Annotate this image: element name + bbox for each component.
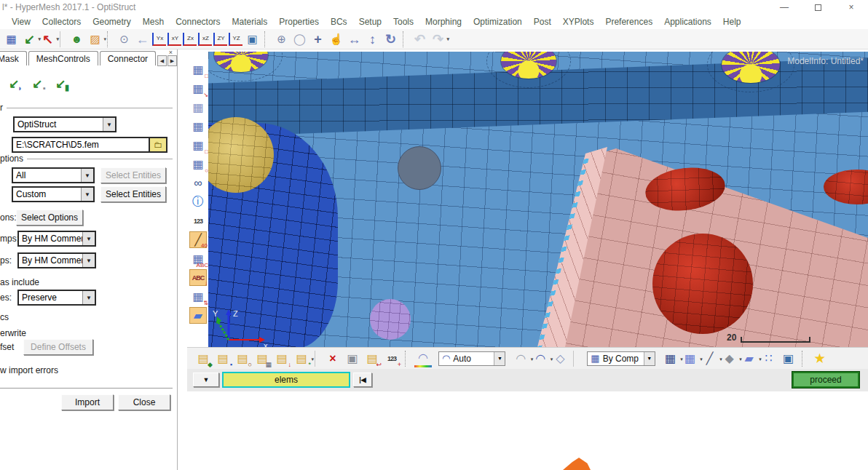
graphics-viewport[interactable]: ModelInfo: Untitled* 20 Z Y x: [208, 52, 868, 347]
zoom-fit-icon[interactable]: ⊙: [116, 31, 133, 47]
unmask-all-icon[interactable]: ▦: [189, 99, 207, 116]
wireframe-shell-icon[interactable]: ◠▾: [512, 350, 529, 367]
shell-quad-icon[interactable]: ▰▾: [741, 350, 758, 367]
tab-connector[interactable]: Connector: [100, 51, 156, 65]
import-geometry-icon[interactable]: ↙▮: [51, 74, 70, 93]
folder-components-icon[interactable]: ▤◆: [194, 350, 212, 367]
folder-export-icon[interactable]: ▤↩: [363, 350, 381, 367]
abc-mesh-icon[interactable]: ▦ABC: [189, 250, 207, 267]
mask-display-icon[interactable]: ▦□: [189, 61, 207, 78]
menu-view[interactable]: View: [6, 15, 36, 28]
import-model-icon[interactable]: ↙▪: [28, 74, 47, 93]
tab-mask[interactable]: Mask: [0, 51, 27, 65]
view-yx-icon[interactable]: Yx: [152, 33, 166, 46]
view-mode-select[interactable]: ◠ Auto ▼: [438, 351, 505, 366]
performance-monitor-icon[interactable]: ▣: [780, 350, 797, 367]
folder-elements-icon[interactable]: ▤▦: [253, 350, 271, 367]
wire-cube-icon[interactable]: ▦▾: [662, 350, 679, 367]
tab-meshcontrols[interactable]: MeshControls: [28, 51, 98, 65]
menu-setup[interactable]: Setup: [353, 15, 387, 28]
spherical-clip-icon[interactable]: ▦○: [189, 156, 207, 172]
numbers-icon[interactable]: 123: [189, 212, 207, 229]
purple-hole[interactable]: [370, 299, 411, 340]
element-handles-icon[interactable]: ∷: [760, 350, 778, 367]
menu-tools[interactable]: Tools: [387, 15, 419, 28]
contour-shell-icon[interactable]: ◠: [414, 350, 432, 367]
folder-loads-icon[interactable]: ▤↓: [273, 350, 291, 367]
favorites-star-icon[interactable]: ★: [811, 350, 829, 367]
screen-capture-icon[interactable]: ▣: [244, 31, 261, 47]
menu-connectors[interactable]: Connectors: [170, 15, 226, 28]
id-rules-select[interactable]: Preserve▼: [17, 290, 96, 306]
view-zx-icon[interactable]: Zx: [183, 33, 197, 46]
measure-icon[interactable]: ╱40: [189, 231, 207, 248]
view-yz-icon[interactable]: YZ: [229, 33, 242, 46]
mask-elements-icon[interactable]: ▦: [189, 118, 207, 135]
shaded-shell-icon[interactable]: ◠▾: [532, 350, 549, 367]
view-xy-icon[interactable]: xY: [167, 33, 181, 46]
undo-icon[interactable]: ↶: [411, 31, 428, 47]
menu-preferences[interactable]: Preferences: [599, 15, 658, 28]
washer-spider-element-3[interactable]: [722, 52, 780, 83]
export-icon[interactable]: ↖▾: [39, 31, 56, 47]
washer-spider-element-2[interactable]: [501, 52, 556, 79]
circle-zoom-icon[interactable]: ◯: [291, 31, 308, 47]
organize-icon[interactable]: ▨▾: [87, 31, 103, 47]
abc-arrow-icon[interactable]: ABC↓: [189, 269, 207, 286]
menu-properties[interactable]: Properties: [273, 15, 325, 28]
entity-selection-field[interactable]: elems: [222, 372, 350, 388]
menu-help[interactable]: Help: [717, 15, 747, 28]
delete-icon[interactable]: ×: [324, 350, 342, 367]
import-icon[interactable]: ↙▾: [21, 31, 38, 47]
file-path-input[interactable]: E:\SCRATCH\D5.fem 🗀: [12, 137, 167, 153]
washer-spider-element-1[interactable]: [214, 52, 268, 72]
view-xz-icon[interactable]: xZ: [198, 33, 212, 46]
selection-reset-button[interactable]: |◀: [353, 373, 372, 387]
restore-button[interactable]: [801, 0, 835, 15]
menu-mesh[interactable]: Mesh: [137, 15, 170, 28]
menu-geometry[interactable]: Geometry: [87, 15, 137, 28]
gray-hole[interactable]: [398, 146, 441, 190]
props-select[interactable]: By HM Comments▼: [17, 252, 96, 268]
mask-reverse-icon[interactable]: ▦↘: [189, 80, 207, 97]
menu-collectors[interactable]: Collectors: [36, 15, 87, 28]
tab-scroll-left-icon[interactable]: ◀: [157, 55, 167, 66]
import-button[interactable]: Import: [61, 394, 114, 410]
entities-custom-select[interactable]: Custom▼: [12, 186, 95, 202]
rotate-icon[interactable]: ↻: [382, 31, 399, 47]
select-options-button[interactable]: Select Options: [16, 210, 83, 226]
pan-horizontal-icon[interactable]: ↔: [346, 31, 363, 47]
red-sphere-mesh[interactable]: [652, 234, 753, 334]
recenter-icon[interactable]: +: [309, 31, 326, 47]
menu-applications[interactable]: Applications: [658, 15, 717, 28]
user-profile-icon[interactable]: ☻: [68, 31, 85, 47]
organize-layers-icon[interactable]: ▣: [344, 350, 361, 367]
select-entities-button[interactable]: Select Entities: [100, 186, 166, 202]
view-zy-icon[interactable]: ZY: [213, 33, 227, 46]
comps-select[interactable]: By HM Comments▼: [17, 231, 96, 247]
menu-xyplots[interactable]: XYPlots: [557, 15, 600, 28]
redo-icon[interactable]: ↷▾: [430, 31, 446, 47]
find-entities-icon[interactable]: ∞: [189, 175, 207, 191]
quad-element-icon[interactable]: ▰: [189, 307, 207, 324]
zoom-in-out-icon[interactable]: ⊕: [273, 31, 290, 47]
close-button[interactable]: ×: [835, 0, 868, 15]
folder-component-icon[interactable]: ▤▪: [214, 350, 232, 367]
solver-type-select[interactable]: OptiStruct▼: [13, 116, 117, 132]
browse-folder-button[interactable]: 🗀: [149, 138, 166, 151]
renumber-icon[interactable]: 123+: [383, 350, 401, 367]
panel-divider[interactable]: [177, 49, 178, 470]
tab-scroll-right-icon[interactable]: ▶: [167, 55, 177, 66]
proceed-button[interactable]: proceed: [792, 372, 859, 388]
close-panel-button[interactable]: Close: [118, 394, 170, 410]
info-icon[interactable]: ⓘ: [189, 194, 207, 210]
folder-pending-icon[interactable]: ▤○: [234, 350, 251, 367]
pan-hand-icon[interactable]: ☝: [328, 31, 344, 47]
edge-line-icon[interactable]: ╱▾: [701, 350, 719, 367]
mask-region-icon[interactable]: ▦□: [189, 137, 207, 154]
save-icon[interactable]: ▦: [3, 31, 20, 47]
color-mode-select[interactable]: ▦ By Comp ▼: [587, 351, 655, 366]
minimize-button[interactable]: —: [768, 0, 801, 15]
folder-systems-icon[interactable]: ▤*▾: [293, 350, 310, 367]
menu-optimization[interactable]: Optimization: [467, 15, 528, 28]
